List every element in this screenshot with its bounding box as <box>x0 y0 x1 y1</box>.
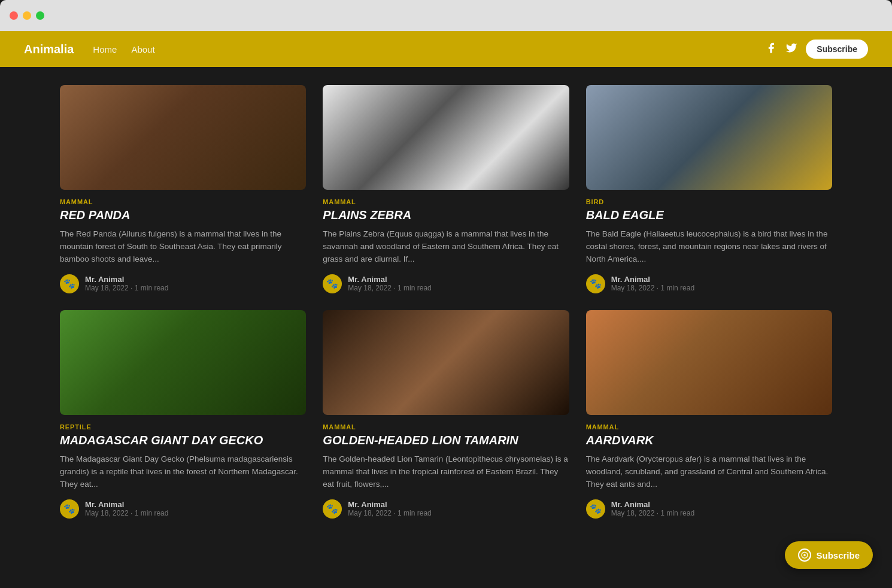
card-category-plains-zebra: MAMMAL <box>323 198 569 205</box>
card-image-aardvark <box>586 310 832 415</box>
author-meta-plains-zebra: May 18, 2022 · 1 min read <box>348 284 431 292</box>
facebook-icon[interactable] <box>765 42 777 57</box>
main-content: MAMMAL Red Panda The Red Panda (Ailurus … <box>0 67 892 542</box>
author-info-bald-eagle: Mr. Animal May 18, 2022 · 1 min read <box>611 275 694 292</box>
card-aardvark[interactable]: MAMMAL Aardvark The Aardvark (Orycteropu… <box>586 310 832 519</box>
author-name-aardvark: Mr. Animal <box>611 500 694 509</box>
author-name-red-panda: Mr. Animal <box>85 275 168 284</box>
card-author-aardvark: 🐾 Mr. Animal May 18, 2022 · 1 min read <box>586 499 832 519</box>
card-title-red-panda: Red Panda <box>60 208 306 222</box>
card-category-madagascar-gecko: REPTILE <box>60 423 306 431</box>
cards-grid: MAMMAL Red Panda The Red Panda (Ailurus … <box>60 85 832 519</box>
card-author-madagascar-gecko: 🐾 Mr. Animal May 18, 2022 · 1 min read <box>60 499 306 519</box>
subscribe-float-icon <box>798 548 811 562</box>
author-info-aardvark: Mr. Animal May 18, 2022 · 1 min read <box>611 500 694 517</box>
nav-link-about[interactable]: About <box>131 44 154 54</box>
avatar-golden-tamarin: 🐾 <box>323 499 342 519</box>
card-title-madagascar-gecko: Madagascar Giant Day Gecko <box>60 433 306 447</box>
card-desc-red-panda: The Red Panda (Ailurus fulgens) is a mam… <box>60 228 306 266</box>
card-image-red-panda <box>60 85 306 190</box>
avatar-madagascar-gecko: 🐾 <box>60 499 79 519</box>
author-info-golden-tamarin: Mr. Animal May 18, 2022 · 1 min read <box>348 500 431 517</box>
card-bald-eagle[interactable]: BIRD Bald Eagle The Bald Eagle (Haliaeet… <box>586 85 832 293</box>
card-golden-tamarin[interactable]: MAMMAL Golden-Headed Lion Tamarin The Go… <box>323 310 569 519</box>
traffic-lights <box>10 11 44 20</box>
card-desc-aardvark: The Aardvark (Orycteropus afer) is a mam… <box>586 453 832 491</box>
card-category-bald-eagle: BIRD <box>586 198 832 205</box>
author-name-golden-tamarin: Mr. Animal <box>348 500 431 509</box>
subscribe-nav-button[interactable]: Subscribe <box>806 40 868 59</box>
card-title-golden-tamarin: Golden-Headed Lion Tamarin <box>323 433 569 447</box>
avatar-aardvark: 🐾 <box>586 499 605 519</box>
card-plains-zebra[interactable]: MAMMAL Plains Zebra The Plains Zebra (Eq… <box>323 85 569 293</box>
author-meta-bald-eagle: May 18, 2022 · 1 min read <box>611 284 694 292</box>
twitter-icon[interactable] <box>785 42 797 57</box>
card-desc-plains-zebra: The Plains Zebra (Equus quagga) is a mam… <box>323 228 569 266</box>
card-desc-bald-eagle: The Bald Eagle (Haliaeetus leucocephalus… <box>586 228 832 266</box>
card-author-golden-tamarin: 🐾 Mr. Animal May 18, 2022 · 1 min read <box>323 499 569 519</box>
card-category-aardvark: MAMMAL <box>586 423 832 431</box>
card-desc-golden-tamarin: The Golden-headed Lion Tamarin (Leontopi… <box>323 453 569 491</box>
card-title-bald-eagle: Bald Eagle <box>586 208 832 222</box>
author-meta-madagascar-gecko: May 18, 2022 · 1 min read <box>85 509 168 517</box>
card-title-plains-zebra: Plains Zebra <box>323 208 569 222</box>
author-meta-golden-tamarin: May 18, 2022 · 1 min read <box>348 509 431 517</box>
maximize-button[interactable] <box>36 11 44 20</box>
nav-link-home[interactable]: Home <box>93 44 117 54</box>
card-desc-madagascar-gecko: The Madagascar Giant Day Gecko (Phelsuma… <box>60 453 306 491</box>
card-author-bald-eagle: 🐾 Mr. Animal May 18, 2022 · 1 min read <box>586 274 832 293</box>
avatar-red-panda: 🐾 <box>60 274 79 293</box>
card-image-bald-eagle <box>586 85 832 190</box>
author-info-red-panda: Mr. Animal May 18, 2022 · 1 min read <box>85 275 168 292</box>
close-button[interactable] <box>10 11 18 20</box>
subscribe-float-button[interactable]: Subscribe <box>785 541 873 569</box>
nav-right: Subscribe <box>765 40 868 59</box>
card-image-madagascar-gecko <box>60 310 306 415</box>
avatar-bald-eagle: 🐾 <box>586 274 605 293</box>
card-red-panda[interactable]: MAMMAL Red Panda The Red Panda (Ailurus … <box>60 85 306 293</box>
nav-brand[interactable]: Animalia <box>24 43 74 56</box>
minimize-button[interactable] <box>23 11 31 20</box>
card-category-golden-tamarin: MAMMAL <box>323 423 569 431</box>
author-meta-red-panda: May 18, 2022 · 1 min read <box>85 284 168 292</box>
author-name-madagascar-gecko: Mr. Animal <box>85 500 168 509</box>
window-chrome <box>0 0 892 31</box>
author-info-plains-zebra: Mr. Animal May 18, 2022 · 1 min read <box>348 275 431 292</box>
card-author-plains-zebra: 🐾 Mr. Animal May 18, 2022 · 1 min read <box>323 274 569 293</box>
card-image-golden-tamarin <box>323 310 569 415</box>
card-author-red-panda: 🐾 Mr. Animal May 18, 2022 · 1 min read <box>60 274 306 293</box>
card-madagascar-gecko[interactable]: REPTILE Madagascar Giant Day Gecko The M… <box>60 310 306 519</box>
navbar: Animalia Home About Subscribe <box>0 31 892 67</box>
author-name-bald-eagle: Mr. Animal <box>611 275 694 284</box>
author-info-madagascar-gecko: Mr. Animal May 18, 2022 · 1 min read <box>85 500 168 517</box>
subscribe-float-label: Subscribe <box>816 550 860 560</box>
card-category-red-panda: MAMMAL <box>60 198 306 205</box>
card-title-aardvark: Aardvark <box>586 433 832 447</box>
author-meta-aardvark: May 18, 2022 · 1 min read <box>611 509 694 517</box>
avatar-plains-zebra: 🐾 <box>323 274 342 293</box>
card-image-plains-zebra <box>323 85 569 190</box>
author-name-plains-zebra: Mr. Animal <box>348 275 431 284</box>
